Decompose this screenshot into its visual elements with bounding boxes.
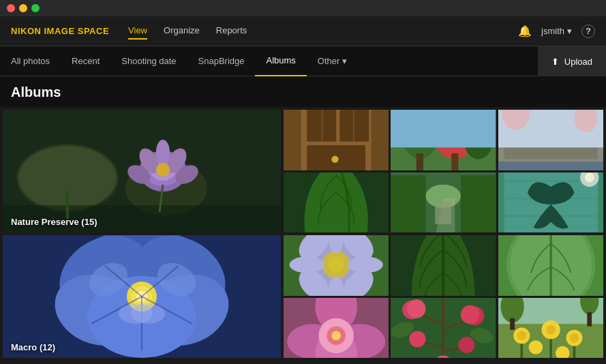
- svg-rect-45: [435, 200, 451, 224]
- svg-point-112: [459, 337, 475, 353]
- svg-rect-131: [510, 318, 515, 329]
- svg-point-21: [331, 155, 338, 162]
- mosaic-photo-6: [498, 172, 603, 233]
- svg-point-12: [156, 163, 170, 177]
- macro-mosaic: [284, 235, 603, 358]
- subnav-other[interactable]: Other ▾: [307, 46, 358, 76]
- macro-photo-1: [284, 235, 389, 296]
- user-chevron-icon: ▾: [567, 26, 572, 36]
- svg-rect-42: [391, 175, 425, 232]
- svg-point-125: [528, 340, 543, 354]
- subnav-recent[interactable]: Recent: [61, 46, 110, 76]
- album-row-macro: Macro (12): [3, 235, 603, 358]
- mosaic-cell-2[interactable]: [391, 110, 496, 170]
- top-nav-right: 🔔 jsmith ▾ ?: [518, 25, 595, 38]
- album-macro-main[interactable]: Macro (12): [3, 235, 281, 358]
- macro-photo-3: [498, 235, 603, 296]
- nav-view[interactable]: View: [128, 22, 147, 40]
- macro-main-photo: [3, 235, 281, 358]
- mosaic-photo-1: [284, 110, 389, 170]
- mosaic-photo-4: [284, 172, 389, 233]
- svg-rect-29: [416, 153, 423, 170]
- macro-album-label: Macro (12): [11, 342, 55, 352]
- help-button[interactable]: ?: [581, 25, 595, 38]
- sub-nav: All photos Recent Shooting date SnapBrid…: [0, 46, 606, 76]
- nature-album-label: Nature Preserve (15): [11, 217, 97, 227]
- album-row-nature: Nature Preserve (15): [3, 110, 603, 232]
- svg-point-111: [410, 331, 426, 347]
- mosaic-photo-3: [498, 110, 603, 170]
- svg-rect-27: [451, 153, 458, 170]
- mosaic-cell-1[interactable]: [284, 110, 389, 170]
- page-title: Albums: [11, 85, 595, 100]
- svg-rect-31: [391, 110, 496, 147]
- mosaic-photo-2: [391, 110, 496, 170]
- svg-point-110: [461, 305, 479, 323]
- close-button[interactable]: [7, 4, 15, 12]
- macro-photo-4: [284, 298, 389, 359]
- brand-logo: NIKON IMAGE SPACE: [11, 26, 109, 36]
- macro-photo-2: [391, 235, 496, 296]
- page-header: Albums: [0, 76, 606, 107]
- user-menu[interactable]: jsmith ▾: [541, 26, 572, 36]
- mosaic-cell-6[interactable]: [498, 172, 603, 233]
- nav-organize[interactable]: Organize: [164, 22, 200, 40]
- nature-mosaic: [284, 110, 603, 232]
- minimize-button[interactable]: [19, 4, 27, 12]
- notification-icon[interactable]: 🔔: [518, 25, 532, 37]
- macro-mosaic-cell-5[interactable]: [391, 298, 496, 359]
- subnav-all-photos[interactable]: All photos: [11, 46, 61, 76]
- mosaic-cell-3[interactable]: [498, 110, 603, 170]
- svg-point-100: [331, 331, 341, 340]
- user-name: jsmith: [541, 26, 564, 36]
- maximize-button[interactable]: [31, 4, 40, 12]
- svg-point-71: [131, 303, 165, 324]
- svg-point-52: [585, 172, 594, 182]
- brand-text: NIKON IMAGE SPACE: [11, 26, 109, 36]
- upload-label: Upload: [564, 57, 592, 67]
- albums-container: Nature Preserve (15): [0, 107, 606, 364]
- nav-reports[interactable]: Reports: [216, 22, 247, 40]
- macro-photo-5: [391, 298, 496, 359]
- mosaic-cell-4[interactable]: [284, 172, 389, 233]
- upload-button[interactable]: ⬆ Upload: [538, 46, 606, 76]
- subnav-snapbridge[interactable]: SnapBridge: [187, 46, 256, 76]
- album-nature-main[interactable]: Nature Preserve (15): [3, 110, 281, 232]
- svg-point-77: [328, 256, 344, 273]
- svg-rect-35: [498, 162, 603, 170]
- svg-rect-43: [461, 175, 496, 232]
- top-nav-links: View Organize Reports: [128, 22, 518, 40]
- mosaic-cell-5[interactable]: [391, 172, 496, 233]
- svg-point-124: [569, 333, 579, 342]
- macro-mosaic-cell-3[interactable]: [498, 235, 603, 296]
- top-nav: NIKON IMAGE SPACE View Organize Reports …: [0, 16, 606, 46]
- subnav-shooting-date[interactable]: Shooting date: [110, 46, 187, 76]
- macro-mosaic-cell-6[interactable]: [498, 298, 603, 359]
- macro-mosaic-cell-4[interactable]: [284, 298, 389, 359]
- macro-mosaic-cell-2[interactable]: [391, 235, 496, 296]
- macro-mosaic-cell-1[interactable]: [284, 235, 389, 296]
- subnav-albums[interactable]: Albums: [255, 46, 306, 76]
- macro-photo-6: [498, 298, 603, 359]
- svg-point-108: [407, 299, 425, 318]
- svg-rect-133: [587, 312, 592, 327]
- svg-point-120: [517, 331, 526, 340]
- upload-icon: ⬆: [551, 57, 559, 67]
- nature-main-photo: [3, 110, 281, 232]
- mosaic-photo-5: [391, 172, 496, 233]
- svg-point-122: [546, 324, 556, 334]
- title-bar: [0, 0, 606, 16]
- svg-point-11: [156, 140, 170, 164]
